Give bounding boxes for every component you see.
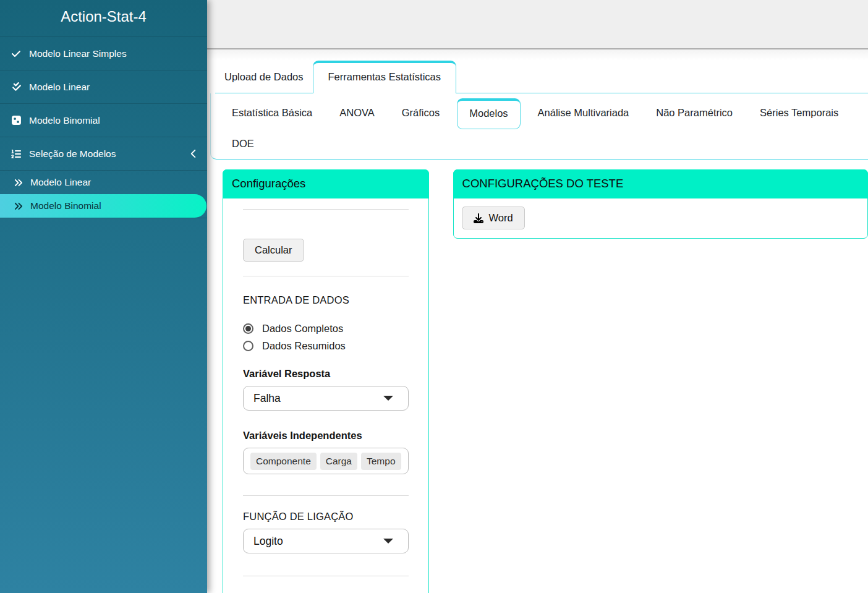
content-area: Configurações Calcular ENTRADA DE DADOS …: [207, 160, 868, 593]
chip-tempo[interactable]: Tempo: [361, 453, 401, 470]
link-function-select[interactable]: Logito: [243, 529, 409, 553]
main-tab-bar: Upload de Dados Ferramentas Estatísticas: [215, 61, 868, 93]
radio-dados-completos[interactable]: Dados Completos: [243, 323, 409, 335]
subtab-anova[interactable]: ANOVA: [330, 98, 385, 128]
word-button-label: Word: [489, 212, 513, 224]
config-panel-body: Calcular ENTRADA DE DADOS Dados Completo…: [223, 209, 428, 576]
sidebar-item-selecao-de-modelos[interactable]: Seleção de Modelos: [0, 137, 207, 170]
caret-down-icon: [383, 396, 393, 401]
radio-unselected-icon: [243, 341, 253, 351]
subtab-estatistica-basica[interactable]: Estatística Básica: [222, 98, 322, 128]
main-area: Upload de Dados Ferramentas Estatísticas…: [207, 0, 868, 593]
chip-carga[interactable]: Carga: [320, 453, 357, 470]
sidebar-subitem-label: Modelo Binomial: [30, 200, 101, 211]
angles-right-icon: [12, 202, 23, 211]
word-download-button[interactable]: Word: [462, 207, 525, 229]
app-root: Action-Stat-4 Modelo Linear Simples Mode…: [0, 0, 868, 593]
sidebar-subitem-modelo-binomial[interactable]: Modelo Binomial: [0, 194, 206, 218]
sidebar: Action-Stat-4 Modelo Linear Simples Mode…: [0, 0, 207, 593]
app-title: Action-Stat-4: [0, 0, 207, 36]
radio-label: Dados Completos: [262, 323, 343, 335]
config-panel-header: Configurações: [223, 169, 429, 198]
subtab-doe[interactable]: DOE: [222, 129, 264, 159]
response-variable-select[interactable]: Falha: [243, 386, 409, 411]
sidebar-nav: Modelo Linear Simples Modelo Linear Mode…: [0, 36, 207, 218]
divider: [243, 209, 409, 210]
subtab-series-temporais[interactable]: Séries Temporais: [750, 98, 848, 128]
check-icon: [10, 49, 22, 59]
test-config-panel-header: CONFIGURAÇÕES DO TESTE: [453, 169, 868, 198]
angles-right-icon: [12, 178, 23, 187]
independent-variables-label: Variáveis Independentes: [243, 430, 409, 442]
caret-down-icon: [383, 539, 393, 544]
sidebar-item-modelo-linear-simples[interactable]: Modelo Linear Simples: [0, 36, 207, 70]
dice-icon: [10, 115, 22, 126]
sidebar-item-label: Modelo Binomial: [29, 115, 100, 126]
data-entry-heading: ENTRADA DE DADOS: [243, 294, 409, 306]
select-value: Logito: [253, 535, 283, 548]
sidebar-subitem-modelo-linear[interactable]: Modelo Linear: [0, 171, 207, 194]
radio-selected-icon: [243, 323, 253, 334]
sidebar-item-label: Modelo Linear Simples: [29, 48, 127, 59]
sidebar-item-modelo-binomial[interactable]: Modelo Binomial: [0, 103, 207, 137]
subtab-modelos[interactable]: Modelos: [457, 98, 520, 129]
sidebar-subitem-label: Modelo Linear: [30, 177, 91, 188]
chip-componente[interactable]: Componente: [250, 453, 317, 470]
tab-upload-de-dados[interactable]: Upload de Dados: [215, 62, 313, 93]
select-value: Falha: [253, 392, 281, 405]
subtab-analise-multivariada[interactable]: Análise Multivariada: [528, 98, 639, 128]
subtab-graficos[interactable]: Gráficos: [392, 98, 449, 128]
calculate-button[interactable]: Calcular: [243, 239, 304, 262]
sub-tab-bar: Estatística Básica ANOVA Gráficos Modelo…: [210, 93, 868, 160]
link-function-heading: FUNÇÃO DE LIGAÇÃO: [243, 511, 409, 523]
response-variable-label: Variável Resposta: [243, 368, 409, 380]
test-config-panel: CONFIGURAÇÕES DO TESTE Word: [453, 169, 868, 239]
chevron-left-icon[interactable]: [190, 149, 197, 158]
config-panel: Configurações Calcular ENTRADA DE DADOS …: [223, 169, 429, 593]
sidebar-item-modelo-linear[interactable]: Modelo Linear: [0, 70, 207, 103]
sidebar-item-label: Seleção de Modelos: [29, 148, 116, 160]
radio-dados-resumidos[interactable]: Dados Resumidos: [243, 340, 409, 352]
sidebar-item-label: Modelo Linear: [29, 82, 90, 93]
independent-variables-multiselect[interactable]: Componente Carga Tempo: [243, 448, 409, 474]
tab-ferramentas-estatisticas[interactable]: Ferramentas Estatísticas: [313, 61, 456, 93]
radio-label: Dados Resumidos: [262, 340, 346, 352]
sidebar-submenu: Modelo Linear Modelo Binomial: [0, 170, 207, 218]
check-double-icon: [10, 82, 22, 92]
test-config-panel-body: Word: [454, 198, 867, 238]
subtab-nao-parametrico[interactable]: Não Paramétrico: [646, 98, 742, 128]
divider: [243, 276, 409, 276]
divider: [243, 495, 409, 496]
divider: [243, 576, 409, 576]
list-ol-icon: [10, 149, 22, 159]
data-entry-radio-group: Dados Completos Dados Resumidos: [243, 323, 409, 352]
download-icon: [474, 213, 483, 223]
top-header-shadow: [207, 49, 868, 60]
top-header-bar: [207, 0, 868, 49]
